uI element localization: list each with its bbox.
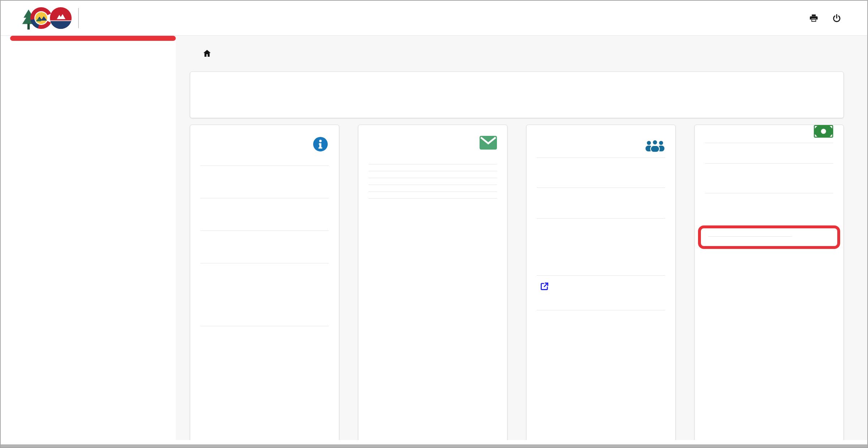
- past-due-fact-findings-row: [369, 171, 497, 178]
- logoff-button[interactable]: [832, 14, 844, 23]
- home-icon: [203, 49, 212, 60]
- email-row: [200, 263, 329, 326]
- basic-information-card: [190, 125, 339, 441]
- status-row: [200, 198, 329, 231]
- power-icon: [832, 14, 841, 23]
- page-bottom-strip: [1, 440, 867, 444]
- info-circle-icon[interactable]: [312, 136, 329, 154]
- fact-findings-row: [369, 164, 497, 171]
- print-button[interactable]: [809, 13, 821, 23]
- colorado-cdle-logo: [21, 6, 85, 30]
- users-icon: [645, 139, 665, 154]
- payment-links-divider: [708, 236, 792, 237]
- account-information-card: [526, 125, 676, 441]
- correspondence-preference-row: [369, 185, 497, 191]
- cdle-seal-icon: [50, 7, 72, 29]
- fein-row: [200, 165, 329, 198]
- colorado-c-icon: [30, 7, 52, 29]
- payment-links-highlight-box: [698, 225, 840, 249]
- cdle-employer-services-row: [369, 198, 497, 205]
- external-link-icon: [540, 281, 549, 294]
- money-bill-icon: [814, 125, 833, 139]
- breadcrumb[interactable]: [203, 49, 213, 60]
- current-rate-row: [537, 218, 665, 275]
- envelope-icon: [480, 136, 497, 151]
- liability-date-row: [537, 188, 665, 218]
- past-due-wage-report-row: [369, 191, 497, 198]
- reporting-method-row: [537, 158, 665, 188]
- account-balance-card: [694, 125, 844, 441]
- correspondence-count-row: [369, 178, 497, 185]
- horizontal-scrollbar[interactable]: [1, 444, 867, 447]
- last-quarter-reported-row: [705, 193, 833, 221]
- naics-row: [200, 231, 329, 263]
- employer-info-bar: [190, 72, 844, 118]
- liability-date-link[interactable]: [537, 193, 586, 214]
- top-header: [1, 1, 867, 36]
- app-window: [0, 0, 868, 448]
- main-content: [176, 36, 867, 441]
- dashboard-cards: [190, 125, 844, 441]
- last-quarter-submission-row: [705, 163, 833, 193]
- correspondence-card: [358, 125, 507, 441]
- ui-forms-link-row: [537, 275, 665, 310]
- amount-due-row: [705, 143, 833, 163]
- printer-icon: [809, 13, 818, 23]
- non-electronic-filing-waiver-row: [537, 310, 665, 320]
- sidebar-nav: [1, 36, 176, 441]
- logo-divider: [78, 8, 79, 28]
- sidebar-highlight-box: [10, 36, 176, 41]
- header-right: [787, 13, 844, 23]
